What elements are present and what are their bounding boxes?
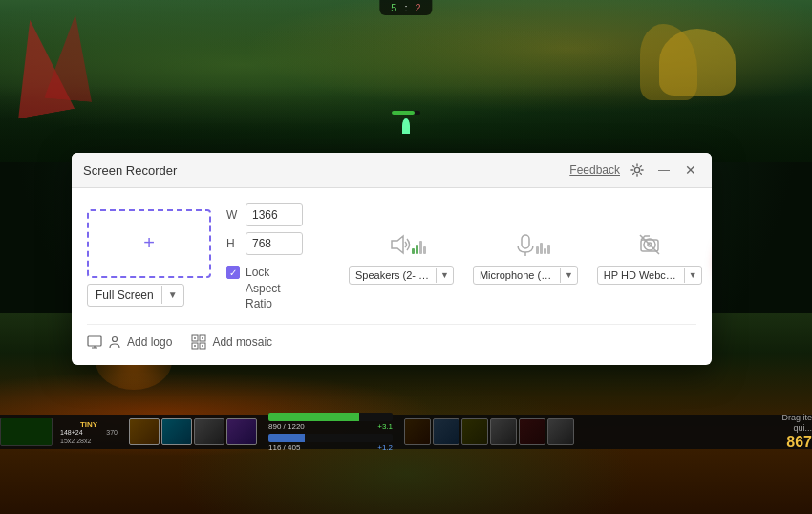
hp-text: 890 / 1220	[268, 422, 305, 431]
svg-rect-8	[88, 336, 101, 346]
screen-size-section: W H ✓ Lock Aspect Ratio	[226, 203, 303, 312]
camera-arrow-icon: ▼	[684, 268, 701, 283]
hero-name: TINY	[80, 420, 97, 429]
microphone-device: Microphone (2... ▼	[473, 231, 578, 285]
checkmark-icon: ✓	[229, 268, 237, 278]
width-input[interactable]	[246, 203, 303, 226]
controls-row: + Full Screen ▼ W H	[87, 203, 696, 312]
hp-mp-section: 890 / 1220 +3.1 116 / 405 +1.2	[268, 413, 393, 452]
screen-recorder-dialog: Screen Recorder Feedback — ✕	[72, 153, 712, 365]
mic-arrow-icon: ▼	[560, 268, 577, 283]
svg-point-0	[634, 167, 639, 172]
lock-aspect-text-line2: Ratio	[246, 297, 272, 311]
audio-controls: Speakers (2- H... ▼	[349, 231, 702, 285]
minimize-button[interactable]: —	[654, 161, 673, 180]
hero-level: 148+24	[60, 429, 83, 436]
bar-3	[419, 241, 422, 254]
hud-bottom: TINY 148+24 370 15x228x2	[0, 415, 812, 449]
lock-aspect-text-line1: Lock Aspect	[246, 266, 281, 295]
score-dire: 2	[416, 2, 421, 13]
microphone-label: Microphone (2...	[474, 267, 560, 284]
preset-label: Full Screen	[88, 285, 161, 306]
gold-amount: 867	[786, 434, 812, 451]
svg-rect-19	[202, 345, 203, 347]
speaker-bars	[412, 235, 426, 254]
minimap	[0, 418, 53, 446]
camera-label: HP HD Webca...	[598, 267, 684, 284]
mic-bar-3	[544, 248, 546, 254]
add-logo-label: Add logo	[127, 335, 172, 349]
game-area-top: 5 : 2	[0, 0, 812, 162]
minimize-icon: —	[658, 163, 670, 177]
speaker-icon-area	[388, 231, 415, 258]
logo-person-icon	[108, 335, 121, 349]
camera-dropdown[interactable]: HP HD Webca... ▼	[597, 266, 702, 285]
mic-bar-2	[540, 243, 543, 254]
width-label: W	[226, 208, 240, 222]
camera-icon	[636, 231, 663, 258]
height-input[interactable]	[246, 232, 303, 255]
camera-device: HP HD Webca... ▼	[597, 231, 702, 285]
height-row: H	[226, 232, 303, 255]
svg-rect-2	[522, 235, 529, 248]
speaker-dropdown[interactable]: Speakers (2- H... ▼	[349, 266, 454, 285]
mp-gain: +1.2	[377, 443, 393, 452]
svg-rect-17	[202, 337, 203, 339]
hp-gain: +3.1	[377, 422, 393, 431]
microphone-icon	[512, 231, 539, 258]
screen-select-area: + Full Screen ▼	[87, 209, 211, 307]
preset-arrow-icon: ▼	[161, 286, 183, 304]
title-bar: Screen Recorder Feedback — ✕	[72, 153, 712, 188]
add-mosaic-icon	[191, 334, 206, 350]
score-radiant: 5	[391, 2, 396, 13]
speaker-label: Speakers (2- H...	[350, 267, 436, 284]
add-logo-icon	[87, 334, 102, 350]
microphone-dropdown[interactable]: Microphone (2... ▼	[473, 266, 578, 285]
add-mosaic-label: Add mosaic	[212, 335, 272, 349]
add-logo-button[interactable]: Add logo	[87, 334, 172, 350]
svg-rect-16	[194, 337, 196, 339]
feedback-link[interactable]: Feedback	[569, 163, 620, 177]
camera-icon-area	[636, 231, 663, 258]
width-row: W	[226, 203, 303, 226]
mic-bar-1	[536, 246, 539, 254]
dialog-title: Screen Recorder	[83, 163, 177, 178]
dialog-content: + Full Screen ▼ W H	[72, 188, 712, 365]
score-sep: :	[404, 2, 407, 13]
mic-bars	[536, 235, 550, 254]
svg-point-11	[113, 336, 118, 341]
lock-aspect-label: Lock Aspect Ratio	[246, 265, 303, 312]
mp-text: 116 / 405	[268, 443, 300, 452]
mic-bar-4	[547, 245, 550, 254]
add-region-icon: +	[143, 232, 155, 254]
bar-2	[416, 245, 418, 254]
drag-tip: Drag itequi...	[781, 413, 812, 434]
bar-1	[412, 248, 415, 254]
svg-rect-18	[194, 345, 196, 347]
speaker-icon	[388, 231, 415, 258]
title-actions: Feedback — ✕	[569, 161, 700, 180]
item-slots	[404, 418, 574, 445]
lock-aspect-checkbox[interactable]: ✓	[226, 266, 240, 279]
preset-dropdown[interactable]: Full Screen ▼	[87, 284, 184, 307]
speaker-device: Speakers (2- H... ▼	[349, 231, 454, 285]
settings-button[interactable]	[628, 161, 647, 180]
close-icon: ✕	[685, 162, 696, 178]
skill-icons	[129, 418, 257, 445]
hero-section: TINY 148+24 370 15x228x2	[60, 420, 118, 444]
close-button[interactable]: ✕	[681, 161, 700, 180]
gold-section: Drag itequi... 867	[781, 413, 812, 451]
bar-4	[423, 246, 426, 254]
score-bar: 5 : 2	[379, 0, 432, 15]
add-mosaic-button[interactable]: Add mosaic	[191, 334, 272, 350]
preset-row: Full Screen ▼	[87, 284, 184, 307]
height-label: H	[226, 237, 240, 250]
lock-aspect-row: ✓ Lock Aspect Ratio	[226, 265, 303, 312]
screen-select-box[interactable]: +	[87, 209, 211, 278]
mic-icon-area	[512, 231, 539, 258]
svg-marker-1	[392, 236, 403, 253]
speaker-arrow-icon: ▼	[436, 268, 453, 283]
settings-icon	[630, 163, 644, 177]
bottom-add-row: Add logo Add mosaic	[87, 324, 696, 350]
